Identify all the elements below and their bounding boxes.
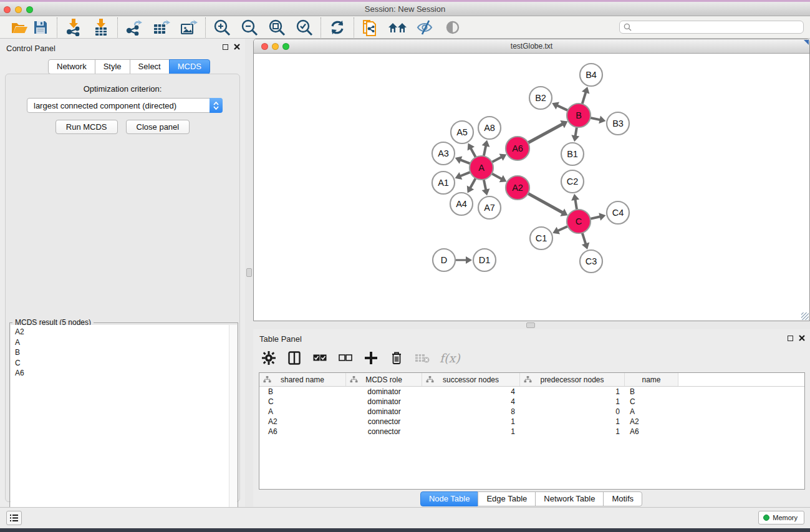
graph-edge[interactable] [557, 226, 568, 231]
list-item[interactable]: B [11, 347, 229, 358]
show-all-icon[interactable] [442, 17, 463, 37]
export-network-icon[interactable] [123, 17, 145, 37]
maximize-network-button[interactable] [282, 43, 289, 50]
export-image-icon[interactable] [178, 17, 200, 37]
graph-edge[interactable] [460, 160, 470, 163]
graph-edge[interactable] [484, 145, 486, 156]
resize-grip[interactable] [801, 312, 809, 320]
list-item[interactable]: A [11, 337, 229, 348]
table-row[interactable]: A2connector11A2 [259, 417, 804, 427]
network-window-title: testGlobe.txt [254, 42, 809, 51]
select-all-icon[interactable] [312, 350, 328, 366]
show-column-icon[interactable] [286, 350, 302, 366]
list-item[interactable]: A6 [11, 368, 229, 379]
close-panel-icon[interactable] [234, 44, 240, 50]
zoom-selected-icon[interactable] [294, 17, 315, 37]
splitter-handle[interactable] [246, 268, 252, 277]
maximize-window-button[interactable] [26, 6, 33, 13]
close-panel-icon[interactable] [799, 335, 805, 341]
function-builder-icon[interactable]: f(x) [440, 351, 460, 365]
deselect-all-icon[interactable] [337, 350, 354, 366]
table-cell: A [625, 407, 678, 416]
tab-network[interactable]: Network [48, 59, 95, 74]
horizontal-splitter[interactable] [253, 321, 810, 329]
tab-style[interactable]: Style [95, 59, 130, 74]
graph-edge[interactable] [460, 172, 470, 177]
table-row[interactable]: Bdominator41B [259, 387, 804, 397]
list-item[interactable]: C [11, 358, 229, 369]
first-neighbors-icon[interactable] [387, 17, 408, 37]
graph-edge[interactable] [528, 123, 564, 143]
edge-arrowhead [571, 135, 579, 142]
column-header[interactable]: successor nodes [422, 373, 520, 386]
minimize-window-button[interactable] [15, 6, 22, 13]
graph-edge[interactable] [582, 92, 586, 104]
table-cell: 1 [422, 427, 520, 436]
copy-network-icon[interactable] [360, 17, 381, 37]
task-list-icon [10, 514, 18, 522]
save-session-icon[interactable] [30, 17, 51, 37]
add-column-icon[interactable] [363, 350, 379, 366]
result-scrollbar[interactable] [229, 325, 237, 532]
graph-edge[interactable] [591, 118, 601, 120]
memory-button[interactable]: Memory [758, 511, 804, 525]
import-table-icon[interactable] [90, 17, 112, 37]
list-item[interactable]: A2 [11, 327, 229, 337]
float-panel-icon[interactable] [223, 44, 228, 50]
graph-edge[interactable] [484, 180, 486, 191]
column-header[interactable]: name [625, 373, 678, 386]
zoom-fit-icon[interactable] [266, 17, 287, 37]
network-canvas[interactable]: AA6A2BCA5A8A3A1A4A7B2B4B3B1C2C4C1C3DD1 [254, 54, 809, 321]
graph-edge[interactable] [492, 173, 503, 179]
table-cell: 0 [520, 407, 625, 416]
minimize-network-button[interactable] [272, 43, 279, 50]
graph-edge[interactable] [582, 233, 586, 244]
table-cell: 1 [520, 397, 625, 406]
graph-edge[interactable] [470, 178, 476, 189]
criterion-dropdown[interactable]: largest connected component (directed) [27, 98, 223, 113]
refresh-icon[interactable] [327, 17, 348, 37]
table-cell: A6 [625, 427, 678, 436]
graph-edge[interactable] [591, 216, 601, 219]
graph-edge[interactable] [575, 199, 577, 210]
control-panel: Control Panel Network Style Select MCDS … [0, 39, 245, 507]
tab-network-table[interactable]: Network Table [535, 491, 604, 506]
delete-table-icon[interactable] [414, 350, 430, 366]
task-history-button[interactable] [6, 511, 22, 525]
vertical-splitter[interactable] [245, 39, 253, 507]
close-window-button[interactable] [4, 6, 11, 13]
column-header[interactable]: MCDS role [346, 373, 422, 386]
close-panel-button[interactable]: Close panel [126, 120, 190, 134]
graph-edge[interactable] [528, 193, 564, 213]
column-header[interactable]: predecessor nodes [520, 373, 625, 386]
tab-mcds[interactable]: MCDS [169, 59, 210, 74]
open-session-icon[interactable] [9, 17, 30, 37]
graph-edge[interactable] [470, 148, 476, 158]
graph-edge[interactable] [492, 157, 503, 162]
table-row[interactable]: Cdominator41C [259, 397, 804, 407]
column-header[interactable]: shared name [259, 373, 346, 386]
import-network-icon[interactable] [63, 17, 84, 37]
delete-column-icon[interactable] [388, 350, 405, 366]
tab-edge-table[interactable]: Edge Table [478, 491, 536, 506]
hide-selected-icon[interactable] [415, 17, 436, 37]
tab-motifs[interactable]: Motifs [603, 491, 642, 506]
export-table-icon[interactable] [151, 17, 172, 37]
table-row[interactable]: A6connector11A6 [259, 427, 804, 437]
graph-node-label: B4 [586, 70, 597, 80]
splitter-handle[interactable] [526, 322, 535, 328]
float-panel-icon[interactable] [788, 336, 793, 341]
zoom-in-icon[interactable] [211, 17, 233, 37]
memory-status-icon [763, 515, 769, 521]
network-window-titlebar[interactable]: testGlobe.txt [254, 39, 809, 54]
tab-node-table[interactable]: Node Table [420, 491, 479, 506]
settings-gear-icon[interactable] [261, 350, 277, 366]
table-row[interactable]: Adominator80A [259, 407, 804, 417]
close-network-button[interactable] [261, 43, 268, 50]
tab-select[interactable]: Select [130, 59, 170, 74]
graph-edge[interactable] [556, 105, 567, 110]
run-mcds-button[interactable]: Run MCDS [55, 120, 118, 134]
graph-edge[interactable] [575, 127, 577, 137]
zoom-out-icon[interactable] [239, 17, 260, 37]
search-input[interactable] [619, 21, 804, 34]
